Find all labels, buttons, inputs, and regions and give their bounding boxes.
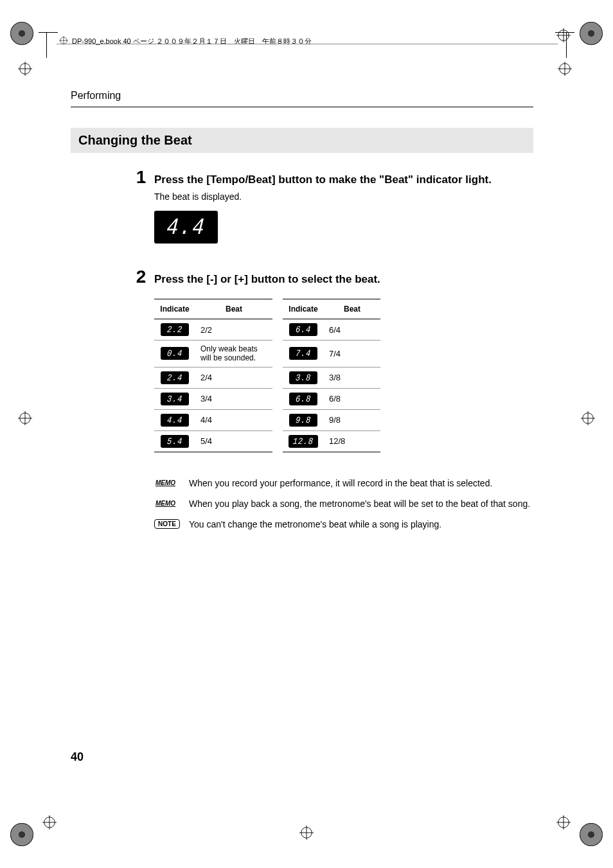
beat-cell: 2/4	[195, 367, 272, 388]
memo-badge: MEMO	[154, 499, 180, 508]
lcd-value: 4.4	[165, 215, 206, 241]
lcd-icon: 9.8	[289, 414, 317, 427]
beat-cell: 2/2	[195, 319, 272, 341]
note-badge: NOTE	[154, 519, 180, 529]
step-1-title: Press the [Tempo/Beat] button to make th…	[154, 173, 533, 186]
memo-badge: MEMO	[154, 478, 180, 488]
breadcrumb: Performing	[71, 90, 533, 107]
lcd-icon: 12.8	[289, 435, 318, 448]
page-icon	[59, 36, 68, 46]
lcd-icon: 3.8	[289, 371, 317, 384]
beat-cell: 5/4	[195, 430, 272, 452]
lcd-icon: 6.8	[289, 393, 317, 405]
memo-row: MEMO When you play back a song, the metr…	[154, 499, 533, 509]
crop-line	[566, 32, 567, 58]
lcd-icon: 3.4	[161, 393, 189, 405]
beat-cell: Only weak beats will be sounded.	[195, 341, 272, 368]
registration-mark-right	[581, 411, 595, 425]
printer-disc-tl	[10, 22, 33, 45]
beat-cell: 6/8	[324, 388, 380, 409]
step-1: 1. Press the [Tempo/Beat] button to make…	[120, 167, 533, 244]
table-row: 2.4 2/4 3.8 3/8	[154, 367, 380, 388]
lcd-display-main: 4.4	[154, 211, 218, 244]
memo-row: MEMO When you record your performance, i…	[154, 478, 533, 488]
page-number: 40	[71, 750, 84, 764]
registration-mark-left	[18, 411, 32, 425]
lcd-icon: 7.4	[289, 347, 317, 360]
lcd-icon: 4.4	[161, 414, 189, 427]
table-row: 0.4 Only weak beats will be sounded. 7.4…	[154, 341, 380, 368]
beat-cell: 6/4	[324, 319, 380, 341]
print-header: DP-990_e.book 40 ページ ２００９年２月１７日 火曜日 午前８時…	[59, 36, 312, 46]
registration-mark-bottom-center	[299, 826, 314, 840]
beat-cell: 9/8	[324, 409, 380, 430]
step-2-title: Press the [-] or [+] button to select th…	[154, 273, 533, 286]
registration-mark-tl-inner	[18, 62, 32, 76]
registration-mark-br-inner	[556, 815, 571, 829]
th-beat: Beat	[195, 299, 272, 319]
lcd-icon: 2.2	[161, 323, 189, 336]
th-indicate-2: Indicate	[283, 299, 324, 319]
note-row: NOTE You can't change the metronome's be…	[154, 519, 533, 529]
step-number: 2.	[120, 267, 145, 287]
lcd-icon: 2.4	[161, 371, 189, 384]
th-indicate: Indicate	[154, 299, 195, 319]
table-row: 3.4 3/4 6.8 6/8	[154, 388, 380, 409]
registration-mark-bl-inner	[42, 815, 57, 829]
registration-mark-tr-inner	[558, 62, 572, 76]
table-row: 5.4 5/4 12.8 12/8	[154, 430, 380, 452]
section-title: Changing the Beat	[71, 128, 533, 153]
note-text: You can't change the metronome's beat wh…	[189, 519, 441, 529]
step-2: 2. Press the [-] or [+] button to select…	[120, 267, 533, 529]
table-row: 2.2 2/2 6.4 6/4	[154, 319, 380, 341]
step-1-sub: The beat is displayed.	[154, 191, 533, 202]
crop-line	[555, 32, 574, 33]
lcd-icon: 5.4	[161, 435, 189, 448]
printer-disc-bl	[10, 823, 33, 846]
th-beat-2: Beat	[324, 299, 380, 319]
print-header-rule	[57, 44, 558, 44]
printer-disc-tr	[580, 22, 603, 45]
beat-cell: 4/4	[195, 409, 272, 430]
print-header-text: DP-990_e.book 40 ページ ２００９年２月１７日 火曜日 午前８時…	[72, 37, 312, 46]
table-row: 4.4 4/4 9.8 9/8	[154, 409, 380, 430]
lcd-icon: 0.4	[161, 347, 189, 360]
step-number: 1.	[120, 167, 145, 188]
crop-line	[46, 32, 47, 58]
beat-cell: 12/8	[324, 430, 380, 452]
beat-cell: 7/4	[324, 341, 380, 368]
beat-table: Indicate Beat Indicate Beat 2.2 2/2 6.4 …	[154, 299, 380, 452]
beat-cell: 3/4	[195, 388, 272, 409]
beat-cell: 3/8	[324, 367, 380, 388]
crop-line	[39, 32, 58, 33]
memo-text: When you record your performance, it wil…	[189, 478, 492, 488]
registration-mark-top	[556, 28, 571, 42]
memo-text: When you play back a song, the metronome…	[189, 499, 530, 509]
lcd-icon: 6.4	[289, 323, 317, 336]
printer-disc-br	[580, 823, 603, 846]
